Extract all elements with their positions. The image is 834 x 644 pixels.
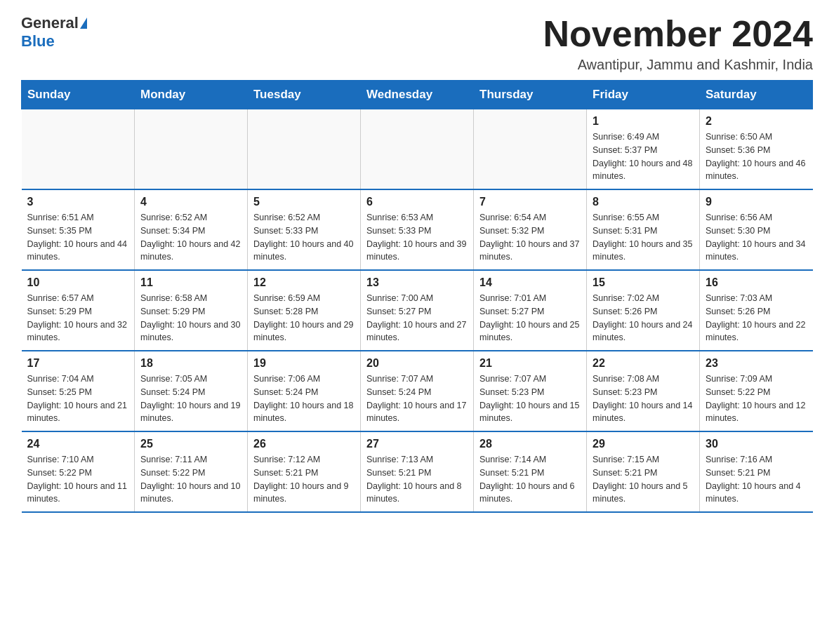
- calendar-cell: 11Sunrise: 6:58 AMSunset: 5:29 PMDayligh…: [135, 270, 248, 351]
- calendar-cell: 28Sunrise: 7:14 AMSunset: 5:21 PMDayligh…: [474, 431, 587, 512]
- day-info: Sunrise: 7:07 AMSunset: 5:23 PMDaylight:…: [479, 373, 581, 425]
- calendar-cell: 20Sunrise: 7:07 AMSunset: 5:24 PMDayligh…: [361, 351, 474, 431]
- calendar-cell: 6Sunrise: 6:53 AMSunset: 5:33 PMDaylight…: [361, 189, 474, 270]
- logo-general: General: [21, 14, 79, 32]
- calendar-table: SundayMondayTuesdayWednesdayThursdayFrid…: [21, 80, 813, 513]
- calendar-cell: 12Sunrise: 6:59 AMSunset: 5:28 PMDayligh…: [248, 270, 361, 351]
- calendar-cell: 4Sunrise: 6:52 AMSunset: 5:34 PMDaylight…: [135, 189, 248, 270]
- day-number: 28: [479, 438, 581, 450]
- day-info: Sunrise: 6:56 AMSunset: 5:30 PMDaylight:…: [706, 211, 807, 264]
- day-info: Sunrise: 7:12 AMSunset: 5:21 PMDaylight:…: [253, 453, 355, 506]
- day-info: Sunrise: 6:52 AMSunset: 5:34 PMDaylight:…: [140, 211, 241, 264]
- day-info: Sunrise: 7:09 AMSunset: 5:22 PMDaylight:…: [706, 373, 807, 425]
- day-info: Sunrise: 6:58 AMSunset: 5:29 PMDaylight:…: [140, 292, 241, 344]
- day-info: Sunrise: 6:54 AMSunset: 5:32 PMDaylight:…: [479, 211, 581, 264]
- calendar-cell: 10Sunrise: 6:57 AMSunset: 5:29 PMDayligh…: [22, 270, 135, 351]
- location-title: Awantipur, Jammu and Kashmir, India: [543, 57, 813, 73]
- day-number: 1: [593, 115, 694, 128]
- calendar-week-row: 17Sunrise: 7:04 AMSunset: 5:25 PMDayligh…: [22, 351, 813, 431]
- calendar-cell: 19Sunrise: 7:06 AMSunset: 5:24 PMDayligh…: [248, 351, 361, 431]
- day-info: Sunrise: 7:14 AMSunset: 5:21 PMDaylight:…: [479, 453, 581, 506]
- day-info: Sunrise: 7:05 AMSunset: 5:24 PMDaylight:…: [140, 373, 241, 425]
- calendar-cell: 25Sunrise: 7:11 AMSunset: 5:22 PMDayligh…: [135, 431, 248, 512]
- day-number: 8: [593, 196, 694, 208]
- logo: General Blue: [21, 14, 87, 51]
- weekday-header-saturday: Saturday: [700, 81, 813, 109]
- calendar-cell: 1Sunrise: 6:49 AMSunset: 5:37 PMDaylight…: [587, 109, 700, 190]
- day-number: 15: [593, 276, 694, 289]
- day-number: 26: [253, 438, 355, 450]
- calendar-cell: 27Sunrise: 7:13 AMSunset: 5:21 PMDayligh…: [361, 431, 474, 512]
- weekday-header-sunday: Sunday: [22, 81, 135, 109]
- day-info: Sunrise: 7:02 AMSunset: 5:26 PMDaylight:…: [593, 292, 694, 344]
- calendar-cell: 13Sunrise: 7:00 AMSunset: 5:27 PMDayligh…: [361, 270, 474, 351]
- day-info: Sunrise: 7:01 AMSunset: 5:27 PMDaylight:…: [479, 292, 581, 344]
- day-info: Sunrise: 7:00 AMSunset: 5:27 PMDaylight:…: [366, 292, 468, 344]
- calendar-cell: 21Sunrise: 7:07 AMSunset: 5:23 PMDayligh…: [474, 351, 587, 431]
- weekday-header-wednesday: Wednesday: [361, 81, 474, 109]
- day-info: Sunrise: 7:08 AMSunset: 5:23 PMDaylight:…: [593, 373, 694, 425]
- day-number: 14: [479, 276, 581, 289]
- day-info: Sunrise: 7:16 AMSunset: 5:21 PMDaylight:…: [706, 453, 807, 506]
- calendar-cell: [135, 109, 248, 190]
- calendar-cell: 15Sunrise: 7:02 AMSunset: 5:26 PMDayligh…: [587, 270, 700, 351]
- day-info: Sunrise: 7:04 AMSunset: 5:25 PMDaylight:…: [27, 373, 129, 425]
- calendar-cell: 2Sunrise: 6:50 AMSunset: 5:36 PMDaylight…: [700, 109, 813, 190]
- calendar-cell: 16Sunrise: 7:03 AMSunset: 5:26 PMDayligh…: [700, 270, 813, 351]
- day-info: Sunrise: 7:06 AMSunset: 5:24 PMDaylight:…: [253, 373, 355, 425]
- day-number: 11: [140, 276, 241, 289]
- weekday-header-row: SundayMondayTuesdayWednesdayThursdayFrid…: [22, 81, 813, 109]
- day-number: 17: [27, 357, 129, 370]
- day-info: Sunrise: 6:51 AMSunset: 5:35 PMDaylight:…: [27, 211, 129, 264]
- calendar-cell: [22, 109, 135, 190]
- day-info: Sunrise: 7:07 AMSunset: 5:24 PMDaylight:…: [366, 373, 468, 425]
- day-number: 19: [253, 357, 355, 370]
- calendar-week-row: 3Sunrise: 6:51 AMSunset: 5:35 PMDaylight…: [22, 189, 813, 270]
- calendar-cell: [474, 109, 587, 190]
- calendar-cell: 22Sunrise: 7:08 AMSunset: 5:23 PMDayligh…: [587, 351, 700, 431]
- calendar-cell: 18Sunrise: 7:05 AMSunset: 5:24 PMDayligh…: [135, 351, 248, 431]
- month-title: November 2024: [543, 14, 813, 54]
- day-info: Sunrise: 7:11 AMSunset: 5:22 PMDaylight:…: [140, 453, 241, 506]
- day-info: Sunrise: 7:03 AMSunset: 5:26 PMDaylight:…: [706, 292, 807, 344]
- calendar-cell: 17Sunrise: 7:04 AMSunset: 5:25 PMDayligh…: [22, 351, 135, 431]
- day-info: Sunrise: 7:10 AMSunset: 5:22 PMDaylight:…: [27, 453, 129, 506]
- calendar-cell: 14Sunrise: 7:01 AMSunset: 5:27 PMDayligh…: [474, 270, 587, 351]
- day-number: 2: [706, 115, 807, 128]
- weekday-header-monday: Monday: [135, 81, 248, 109]
- calendar-cell: 29Sunrise: 7:15 AMSunset: 5:21 PMDayligh…: [587, 431, 700, 512]
- day-number: 18: [140, 357, 241, 370]
- day-info: Sunrise: 6:53 AMSunset: 5:33 PMDaylight:…: [366, 211, 468, 264]
- weekday-header-thursday: Thursday: [474, 81, 587, 109]
- day-number: 22: [593, 357, 694, 370]
- calendar-cell: 30Sunrise: 7:16 AMSunset: 5:21 PMDayligh…: [700, 431, 813, 512]
- day-number: 20: [366, 357, 468, 370]
- day-number: 21: [479, 357, 581, 370]
- day-number: 3: [27, 196, 129, 208]
- calendar-cell: [361, 109, 474, 190]
- weekday-header-friday: Friday: [587, 81, 700, 109]
- day-number: 9: [706, 196, 807, 208]
- day-info: Sunrise: 6:49 AMSunset: 5:37 PMDaylight:…: [593, 130, 694, 183]
- calendar-cell: 3Sunrise: 6:51 AMSunset: 5:35 PMDaylight…: [22, 189, 135, 270]
- day-number: 13: [366, 276, 468, 289]
- calendar-cell: 24Sunrise: 7:10 AMSunset: 5:22 PMDayligh…: [22, 431, 135, 512]
- day-number: 12: [253, 276, 355, 289]
- calendar-cell: 9Sunrise: 6:56 AMSunset: 5:30 PMDaylight…: [700, 189, 813, 270]
- day-number: 29: [593, 438, 694, 450]
- title-block: November 2024 Awantipur, Jammu and Kashm…: [543, 14, 813, 73]
- calendar-cell: 23Sunrise: 7:09 AMSunset: 5:22 PMDayligh…: [700, 351, 813, 431]
- day-number: 5: [253, 196, 355, 208]
- calendar-cell: [248, 109, 361, 190]
- day-number: 16: [706, 276, 807, 289]
- day-number: 10: [27, 276, 129, 289]
- calendar-week-row: 10Sunrise: 6:57 AMSunset: 5:29 PMDayligh…: [22, 270, 813, 351]
- day-number: 30: [706, 438, 807, 450]
- day-number: 24: [27, 438, 129, 450]
- day-info: Sunrise: 6:57 AMSunset: 5:29 PMDaylight:…: [27, 292, 129, 344]
- day-info: Sunrise: 6:52 AMSunset: 5:33 PMDaylight:…: [253, 211, 355, 264]
- day-number: 6: [366, 196, 468, 208]
- day-number: 4: [140, 196, 241, 208]
- weekday-header-tuesday: Tuesday: [248, 81, 361, 109]
- day-info: Sunrise: 6:59 AMSunset: 5:28 PMDaylight:…: [253, 292, 355, 344]
